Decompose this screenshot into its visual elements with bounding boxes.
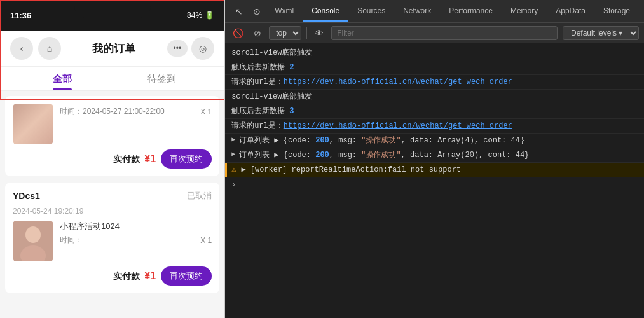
order-2-footer: 实付款 ¥1 再次预约	[13, 266, 212, 286]
order-2-date: 2024-05-24 19:20:19	[13, 207, 212, 216]
order-2-price-label: 实付款	[113, 271, 140, 281]
battery-level: 84%	[187, 11, 202, 20]
tab-appdata[interactable]: AppData	[547, 1, 594, 22]
order-2-status: 已取消	[187, 190, 212, 202]
code-success-7: 200	[315, 136, 329, 145]
expand-icon-7[interactable]: ▶	[231, 135, 235, 144]
console-line-1: scroll-view底部触发	[225, 46, 644, 60]
tab-console[interactable]: Console	[303, 1, 348, 22]
tab-pending-label: 待签到	[147, 73, 176, 84]
phone-notch	[74, 0, 151, 18]
tab-appdata-label: AppData	[556, 6, 586, 15]
tab-pending[interactable]: 待签到	[113, 67, 212, 90]
msg-string-8: "操作成功"	[361, 151, 401, 160]
order-2-activity: 小程序活动1024	[60, 221, 212, 232]
orders-container: 时间：2024-05-27 21:00-22:00 X 1 实付款 ¥1 再次预…	[0, 91, 224, 307]
order-2-details: 小程序活动1024 时间： X 1	[60, 221, 212, 261]
devtools-toolbar: 🚫 ⊘ top 👁 Default levels ▾	[225, 23, 644, 43]
tab-network-label: Network	[403, 6, 431, 15]
tab-sources[interactable]: Sources	[348, 1, 394, 22]
clear-console-button[interactable]: 🚫	[230, 27, 246, 39]
tab-all[interactable]: 全部	[13, 67, 113, 90]
msg-string-7: "操作成功"	[361, 136, 401, 145]
inspect-icon[interactable]: ⊙	[248, 4, 266, 19]
tab-wxml-label: Wxml	[275, 6, 294, 15]
console-prompt: ›	[231, 180, 236, 189]
console-input-line: ›	[225, 177, 644, 191]
rebook-button-1[interactable]: 再次预约	[161, 149, 212, 169]
order-2-image	[13, 221, 53, 261]
console-line-2: 触底后去新数据 2	[225, 60, 644, 75]
dots-icon: •••	[174, 44, 182, 53]
console-line-8: ▶ 订单列表 ▶ {code: 200, msg: "操作成功", data: …	[225, 148, 644, 163]
console-line-7: ▶ 订单列表 ▶ {code: 200, msg: "操作成功", data: …	[225, 134, 644, 148]
rebook-button-2[interactable]: 再次预约	[161, 266, 212, 286]
console-line-3: 请求的url是：https://dev.hado-official.cn/wec…	[225, 75, 644, 90]
header-right-buttons: ••• ◎	[167, 37, 215, 60]
svg-point-1	[25, 226, 41, 243]
more-button[interactable]: •••	[167, 40, 188, 57]
expand-console-button[interactable]: ⊘	[251, 27, 264, 39]
tab-performance-label: Performance	[449, 6, 493, 15]
order-2-price: 实付款 ¥1	[113, 270, 156, 282]
console-text-5: 触底后去新数据 3	[231, 106, 294, 117]
order-2-content: 小程序活动1024 时间： X 1	[13, 221, 212, 261]
levels-selector[interactable]: Default levels ▾	[563, 26, 639, 40]
devtools-panel: ↖ ⊙ Wxml Console Sources Network Perform…	[225, 0, 644, 318]
console-line-6: 请求的url是：https://dev.hado-official.cn/wec…	[225, 119, 644, 134]
eye-button[interactable]: 👁	[312, 27, 326, 39]
console-line-warn: ⚠ ▶ [worker] reportRealtimeAction:fail n…	[225, 163, 644, 177]
console-line-4: scroll-view底部触发	[225, 90, 644, 104]
mobile-panel: 11:36 84% 🔋 ‹ ⌂ 我的订单 ••• ◎ 全部 待签到	[0, 0, 225, 318]
page-title: 我的订单	[92, 41, 135, 56]
order-1-footer: 实付款 ¥1 再次预约	[13, 149, 212, 169]
console-warn-text: ▶ [worker] reportRealtimeAction:fail not…	[241, 164, 461, 176]
tab-performance[interactable]: Performance	[440, 1, 502, 22]
order-2-user: YDcs1	[13, 191, 40, 201]
order-1-count: X 1	[200, 107, 212, 116]
console-text-1: scroll-view底部触发	[231, 47, 312, 59]
tab-wxml[interactable]: Wxml	[266, 1, 303, 22]
order-card-2: YDcs1 已取消 2024-05-24 19:20:19 小程序活动1024	[5, 183, 219, 293]
tab-storage[interactable]: Storage	[594, 1, 639, 22]
console-text-4: scroll-view底部触发	[231, 91, 312, 102]
order-1-image	[13, 104, 53, 144]
app-header: ‹ ⌂ 我的订单 ••• ◎	[0, 31, 224, 67]
cursor-tool-icon[interactable]: ↖	[230, 4, 248, 19]
order-1-time-row: 时间：2024-05-27 21:00-22:00 X 1	[60, 106, 212, 117]
filter-input[interactable]	[331, 26, 558, 40]
header-left-buttons: ‹ ⌂	[10, 37, 61, 60]
tab-console-label: Console	[312, 6, 339, 15]
code-success-8: 200	[315, 151, 329, 160]
tab-sources-label: Sources	[357, 6, 385, 15]
order-2-time-row: 时间： X 1	[60, 235, 212, 245]
record-button[interactable]: ◎	[191, 37, 214, 60]
order-tabs: 全部 待签到	[0, 67, 224, 91]
order-card-1: 时间：2024-05-27 21:00-22:00 X 1 实付款 ¥1 再次预…	[5, 96, 219, 176]
tab-memory[interactable]: Memory	[502, 1, 547, 22]
tab-network[interactable]: Network	[394, 1, 440, 22]
expand-icon-8[interactable]: ▶	[231, 149, 235, 159]
order-2-header: YDcs1 已取消	[13, 190, 212, 202]
devtools-tabs-bar: ↖ ⊙ Wxml Console Sources Network Perform…	[225, 0, 644, 23]
console-link-2[interactable]: https://dev.hado-official.cn/wechat/get_…	[284, 121, 512, 130]
console-input[interactable]	[240, 180, 638, 189]
console-number-5: 3	[289, 107, 294, 116]
tab-all-label: 全部	[53, 73, 72, 84]
context-selector[interactable]: top	[269, 26, 301, 40]
console-output: scroll-view底部触发 触底后去新数据 2 请求的url是：https:…	[225, 43, 644, 318]
order-1-content: 时间：2024-05-27 21:00-22:00 X 1	[13, 104, 212, 144]
phone-status-icons: 84% 🔋	[187, 11, 214, 20]
order-2-price-amount: ¥1	[144, 270, 156, 281]
console-line-5: 触底后去新数据 3	[225, 104, 644, 119]
warning-icon: ⚠	[231, 164, 236, 176]
console-text-8: 订单列表 ▶ {code: 200, msg: "操作成功", data: Ar…	[239, 149, 529, 161]
order-2-img-placeholder	[13, 221, 53, 261]
tab-memory-label: Memory	[510, 6, 538, 15]
console-link-1[interactable]: https://dev.hado-official.cn/wechat/get_…	[284, 78, 512, 86]
back-button[interactable]: ‹	[10, 37, 33, 60]
console-text-6: 请求的url是：https://dev.hado-official.cn/wec…	[231, 120, 512, 132]
home-button[interactable]: ⌂	[38, 37, 61, 60]
order-1-price-amount: ¥1	[144, 153, 156, 164]
console-text-7: 订单列表 ▶ {code: 200, msg: "操作成功", data: Ar…	[239, 135, 524, 146]
